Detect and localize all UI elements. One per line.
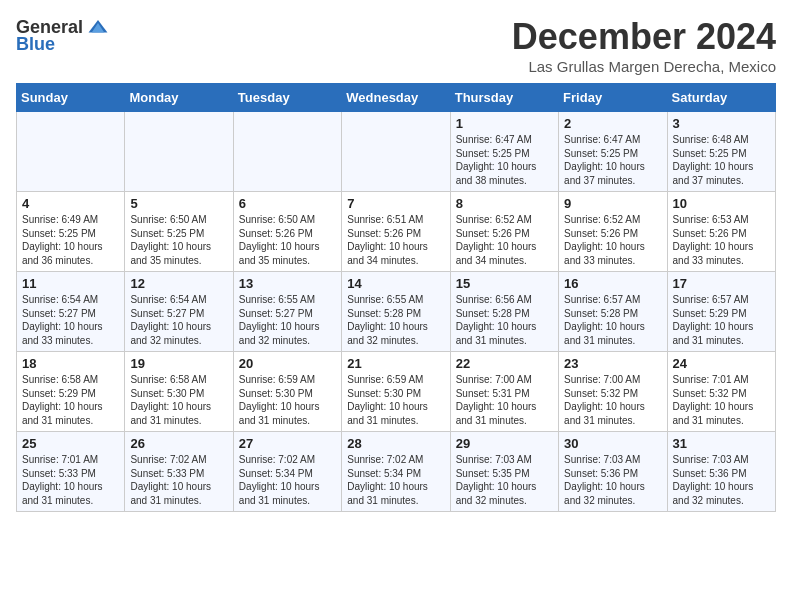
day-number: 19	[130, 356, 227, 371]
day-number: 17	[673, 276, 770, 291]
day-number: 12	[130, 276, 227, 291]
empty-cell	[125, 112, 233, 192]
day-info: Sunrise: 6:57 AMSunset: 5:28 PMDaylight:…	[564, 293, 661, 347]
day-cell-10: 10 Sunrise: 6:53 AMSunset: 5:26 PMDaylig…	[667, 192, 775, 272]
day-cell-28: 28 Sunrise: 7:02 AMSunset: 5:34 PMDaylig…	[342, 432, 450, 512]
day-cell-27: 27 Sunrise: 7:02 AMSunset: 5:34 PMDaylig…	[233, 432, 341, 512]
day-info: Sunrise: 6:54 AMSunset: 5:27 PMDaylight:…	[22, 293, 119, 347]
day-cell-30: 30 Sunrise: 7:03 AMSunset: 5:36 PMDaylig…	[559, 432, 667, 512]
day-cell-19: 19 Sunrise: 6:58 AMSunset: 5:30 PMDaylig…	[125, 352, 233, 432]
day-number: 23	[564, 356, 661, 371]
logo-blue: Blue	[16, 34, 55, 55]
day-cell-23: 23 Sunrise: 7:00 AMSunset: 5:32 PMDaylig…	[559, 352, 667, 432]
empty-cell	[17, 112, 125, 192]
header-row: SundayMondayTuesdayWednesdayThursdayFrid…	[17, 84, 776, 112]
column-header-monday: Monday	[125, 84, 233, 112]
day-number: 16	[564, 276, 661, 291]
day-number: 31	[673, 436, 770, 451]
day-cell-2: 2 Sunrise: 6:47 AMSunset: 5:25 PMDayligh…	[559, 112, 667, 192]
day-info: Sunrise: 7:02 AMSunset: 5:34 PMDaylight:…	[347, 453, 444, 507]
day-number: 3	[673, 116, 770, 131]
day-info: Sunrise: 6:47 AMSunset: 5:25 PMDaylight:…	[564, 133, 661, 187]
day-info: Sunrise: 6:50 AMSunset: 5:25 PMDaylight:…	[130, 213, 227, 267]
logo: General Blue	[16, 16, 109, 55]
day-info: Sunrise: 6:59 AMSunset: 5:30 PMDaylight:…	[347, 373, 444, 427]
day-info: Sunrise: 6:50 AMSunset: 5:26 PMDaylight:…	[239, 213, 336, 267]
empty-cell	[233, 112, 341, 192]
day-info: Sunrise: 7:01 AMSunset: 5:32 PMDaylight:…	[673, 373, 770, 427]
day-cell-18: 18 Sunrise: 6:58 AMSunset: 5:29 PMDaylig…	[17, 352, 125, 432]
day-info: Sunrise: 7:02 AMSunset: 5:34 PMDaylight:…	[239, 453, 336, 507]
day-cell-20: 20 Sunrise: 6:59 AMSunset: 5:30 PMDaylig…	[233, 352, 341, 432]
header: General Blue December 2024 Las Grullas M…	[16, 16, 776, 75]
day-cell-12: 12 Sunrise: 6:54 AMSunset: 5:27 PMDaylig…	[125, 272, 233, 352]
day-cell-22: 22 Sunrise: 7:00 AMSunset: 5:31 PMDaylig…	[450, 352, 558, 432]
week-row-3: 11 Sunrise: 6:54 AMSunset: 5:27 PMDaylig…	[17, 272, 776, 352]
day-number: 29	[456, 436, 553, 451]
day-number: 28	[347, 436, 444, 451]
day-info: Sunrise: 6:48 AMSunset: 5:25 PMDaylight:…	[673, 133, 770, 187]
day-cell-29: 29 Sunrise: 7:03 AMSunset: 5:35 PMDaylig…	[450, 432, 558, 512]
column-header-wednesday: Wednesday	[342, 84, 450, 112]
day-info: Sunrise: 7:03 AMSunset: 5:36 PMDaylight:…	[564, 453, 661, 507]
logo-icon	[87, 16, 109, 38]
day-cell-6: 6 Sunrise: 6:50 AMSunset: 5:26 PMDayligh…	[233, 192, 341, 272]
day-cell-31: 31 Sunrise: 7:03 AMSunset: 5:36 PMDaylig…	[667, 432, 775, 512]
column-header-thursday: Thursday	[450, 84, 558, 112]
day-number: 5	[130, 196, 227, 211]
column-header-friday: Friday	[559, 84, 667, 112]
day-number: 18	[22, 356, 119, 371]
day-number: 6	[239, 196, 336, 211]
day-info: Sunrise: 6:57 AMSunset: 5:29 PMDaylight:…	[673, 293, 770, 347]
empty-cell	[342, 112, 450, 192]
day-info: Sunrise: 7:02 AMSunset: 5:33 PMDaylight:…	[130, 453, 227, 507]
day-cell-7: 7 Sunrise: 6:51 AMSunset: 5:26 PMDayligh…	[342, 192, 450, 272]
column-header-saturday: Saturday	[667, 84, 775, 112]
day-info: Sunrise: 6:52 AMSunset: 5:26 PMDaylight:…	[564, 213, 661, 267]
day-cell-8: 8 Sunrise: 6:52 AMSunset: 5:26 PMDayligh…	[450, 192, 558, 272]
day-info: Sunrise: 6:51 AMSunset: 5:26 PMDaylight:…	[347, 213, 444, 267]
day-info: Sunrise: 7:01 AMSunset: 5:33 PMDaylight:…	[22, 453, 119, 507]
day-number: 21	[347, 356, 444, 371]
day-cell-17: 17 Sunrise: 6:57 AMSunset: 5:29 PMDaylig…	[667, 272, 775, 352]
day-info: Sunrise: 7:03 AMSunset: 5:36 PMDaylight:…	[673, 453, 770, 507]
day-number: 2	[564, 116, 661, 131]
day-info: Sunrise: 6:55 AMSunset: 5:27 PMDaylight:…	[239, 293, 336, 347]
day-info: Sunrise: 6:53 AMSunset: 5:26 PMDaylight:…	[673, 213, 770, 267]
day-number: 1	[456, 116, 553, 131]
day-info: Sunrise: 6:58 AMSunset: 5:29 PMDaylight:…	[22, 373, 119, 427]
day-number: 10	[673, 196, 770, 211]
day-cell-26: 26 Sunrise: 7:02 AMSunset: 5:33 PMDaylig…	[125, 432, 233, 512]
day-info: Sunrise: 6:47 AMSunset: 5:25 PMDaylight:…	[456, 133, 553, 187]
day-number: 8	[456, 196, 553, 211]
day-info: Sunrise: 6:59 AMSunset: 5:30 PMDaylight:…	[239, 373, 336, 427]
day-number: 25	[22, 436, 119, 451]
day-info: Sunrise: 7:03 AMSunset: 5:35 PMDaylight:…	[456, 453, 553, 507]
day-info: Sunrise: 6:56 AMSunset: 5:28 PMDaylight:…	[456, 293, 553, 347]
day-cell-25: 25 Sunrise: 7:01 AMSunset: 5:33 PMDaylig…	[17, 432, 125, 512]
day-number: 9	[564, 196, 661, 211]
day-cell-1: 1 Sunrise: 6:47 AMSunset: 5:25 PMDayligh…	[450, 112, 558, 192]
day-number: 4	[22, 196, 119, 211]
day-number: 30	[564, 436, 661, 451]
day-cell-13: 13 Sunrise: 6:55 AMSunset: 5:27 PMDaylig…	[233, 272, 341, 352]
day-info: Sunrise: 7:00 AMSunset: 5:32 PMDaylight:…	[564, 373, 661, 427]
week-row-1: 1 Sunrise: 6:47 AMSunset: 5:25 PMDayligh…	[17, 112, 776, 192]
day-cell-14: 14 Sunrise: 6:55 AMSunset: 5:28 PMDaylig…	[342, 272, 450, 352]
day-number: 14	[347, 276, 444, 291]
day-cell-24: 24 Sunrise: 7:01 AMSunset: 5:32 PMDaylig…	[667, 352, 775, 432]
day-info: Sunrise: 6:58 AMSunset: 5:30 PMDaylight:…	[130, 373, 227, 427]
day-info: Sunrise: 6:49 AMSunset: 5:25 PMDaylight:…	[22, 213, 119, 267]
location-title: Las Grullas Margen Derecha, Mexico	[512, 58, 776, 75]
day-info: Sunrise: 6:52 AMSunset: 5:26 PMDaylight:…	[456, 213, 553, 267]
day-number: 13	[239, 276, 336, 291]
day-info: Sunrise: 6:55 AMSunset: 5:28 PMDaylight:…	[347, 293, 444, 347]
week-row-5: 25 Sunrise: 7:01 AMSunset: 5:33 PMDaylig…	[17, 432, 776, 512]
week-row-4: 18 Sunrise: 6:58 AMSunset: 5:29 PMDaylig…	[17, 352, 776, 432]
day-info: Sunrise: 7:00 AMSunset: 5:31 PMDaylight:…	[456, 373, 553, 427]
day-number: 20	[239, 356, 336, 371]
day-cell-4: 4 Sunrise: 6:49 AMSunset: 5:25 PMDayligh…	[17, 192, 125, 272]
day-number: 22	[456, 356, 553, 371]
column-header-tuesday: Tuesday	[233, 84, 341, 112]
day-number: 26	[130, 436, 227, 451]
